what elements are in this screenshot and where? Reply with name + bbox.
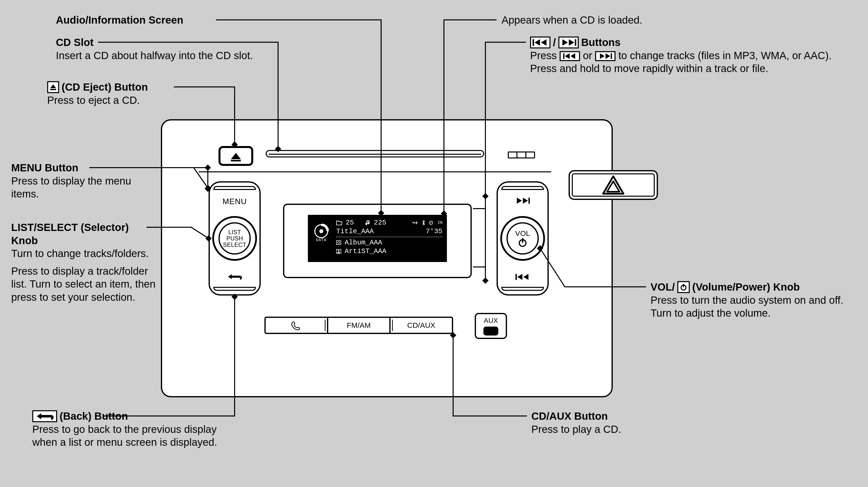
svg-marker-12 xyxy=(606,53,610,59)
hazard-button[interactable] xyxy=(568,170,658,200)
svg-rect-30 xyxy=(336,241,341,245)
skip-fwd-icon xyxy=(595,51,616,61)
callout-cd-loaded: Appears when a CD is loaded. xyxy=(501,14,750,27)
aux-label: AUX xyxy=(484,317,498,325)
callout-vol-knob: VOL/ (Volume/Power) Knob Press to turn t… xyxy=(651,281,859,320)
skip-back-icon xyxy=(515,273,531,280)
power-icon xyxy=(677,281,690,293)
svg-marker-9 xyxy=(565,53,569,59)
skip-back-icon xyxy=(560,51,580,61)
eject-button[interactable] xyxy=(218,146,253,166)
skip-back-button[interactable] xyxy=(498,273,548,282)
callout-body: Press to turn the audio system on and of… xyxy=(651,294,859,307)
svg-rect-7 xyxy=(575,39,576,46)
pod-cap xyxy=(213,186,256,190)
callout-title: Audio/Information Screen xyxy=(56,14,183,27)
aux-port xyxy=(484,327,498,336)
svg-marker-25 xyxy=(523,274,529,280)
eject-icon xyxy=(231,153,241,159)
bt-icon xyxy=(422,220,425,225)
volume-power-knob[interactable]: VOL xyxy=(500,216,545,261)
album-name: Album_AAA xyxy=(345,238,382,247)
callout-title: Buttons xyxy=(581,36,621,49)
skip-forward-button[interactable] xyxy=(498,197,548,206)
fm-am-label: FM/AM xyxy=(347,321,371,330)
source-button-bar: FM/AM CD/AUX xyxy=(265,317,453,334)
callout-menu-button: MENU Button Press to display the menu it… xyxy=(11,161,150,201)
svg-rect-2 xyxy=(533,39,534,46)
track-time: 7'35 xyxy=(426,227,442,236)
track-count: 225 xyxy=(374,218,386,227)
callout-title: MENU Button xyxy=(11,161,79,175)
svg-point-31 xyxy=(338,242,340,244)
svg-rect-13 xyxy=(611,53,612,59)
svg-marker-18 xyxy=(517,198,522,204)
callout-title-pre: VOL/ xyxy=(651,281,675,294)
svg-marker-6 xyxy=(569,39,574,46)
callout-body: Turn to adjust the volume. xyxy=(651,307,859,320)
vol-label: VOL xyxy=(515,230,530,237)
back-icon xyxy=(32,410,57,422)
svg-rect-22 xyxy=(522,238,523,243)
menu-label: MENU xyxy=(222,197,247,206)
back-button[interactable] xyxy=(210,273,259,282)
cd-aux-label: CD/AUX xyxy=(407,321,435,330)
svg-rect-23 xyxy=(516,274,517,280)
diagram-page: Audio/Information Screen CD Slot Insert … xyxy=(0,0,868,487)
hazard-icon xyxy=(602,175,624,195)
power-icon xyxy=(518,237,528,247)
knob-face: LIST PUSH SELECT xyxy=(218,222,251,254)
pod-cap xyxy=(501,287,544,291)
usb-icon xyxy=(411,221,418,225)
separator: / xyxy=(553,36,556,49)
folder-icon xyxy=(336,220,342,225)
back-icon xyxy=(226,273,243,280)
artist-icon xyxy=(336,249,341,253)
disc-in-icon xyxy=(429,220,434,225)
aux-jack[interactable]: AUX xyxy=(475,313,507,339)
eject-icon xyxy=(47,81,59,93)
menu-button[interactable]: MENU xyxy=(210,197,259,206)
svg-marker-0 xyxy=(50,85,56,88)
callout-body: Press to display the menu items. xyxy=(11,175,150,201)
knob-text: LIST xyxy=(228,229,241,235)
left-control-pod: MENU LIST PUSH SELECT xyxy=(209,181,261,296)
callout-audio-info-screen: Audio/Information Screen xyxy=(56,14,354,27)
svg-marker-3 xyxy=(534,39,540,46)
data-disc-icon: DATA xyxy=(312,224,331,243)
in-label: IN xyxy=(438,220,442,225)
svg-marker-24 xyxy=(518,274,523,280)
callout-title: (Back) Button xyxy=(60,410,128,423)
phone-button[interactable] xyxy=(266,318,328,333)
callout-title: CD/AUX Button xyxy=(531,410,608,423)
svg-rect-8 xyxy=(563,53,564,59)
knob-text: SELECT xyxy=(223,242,246,248)
knob-face: VOL xyxy=(506,222,539,254)
artist-name: ArtiST_AAA xyxy=(345,247,386,255)
svg-marker-10 xyxy=(570,53,575,59)
callout-title: (CD Eject) Button xyxy=(62,81,148,94)
svg-marker-19 xyxy=(523,198,528,204)
svg-rect-20 xyxy=(528,198,530,204)
cd-aux-button[interactable]: CD/AUX xyxy=(391,318,452,333)
callout-body: Appears when a CD is loaded. xyxy=(501,14,750,27)
callout-title-post: (Volume/Power) Knob xyxy=(692,281,800,294)
indicator-lights xyxy=(508,151,535,158)
fm-am-button[interactable]: FM/AM xyxy=(328,318,391,333)
folder-count: 25 xyxy=(346,218,354,227)
callout-back-button: (Back) Button Press to go back to the pr… xyxy=(32,410,236,449)
callout-cd-slot: CD Slot Insert a CD about halfway into t… xyxy=(56,36,354,62)
right-control-pod: VOL xyxy=(497,181,549,296)
svg-point-29 xyxy=(431,222,432,223)
pod-cap xyxy=(213,287,256,291)
phone-icon xyxy=(291,321,301,330)
cd-slot[interactable] xyxy=(266,150,484,157)
callout-body: Turn to change tracks/folders. xyxy=(11,247,158,260)
callout-list-select-knob: LIST/SELECT (Selector) Knob Turn to chan… xyxy=(11,221,158,304)
skip-fwd-icon xyxy=(515,197,531,204)
knob-text: PUSH xyxy=(226,235,243,241)
callout-title: LIST/SELECT (Selector) Knob xyxy=(11,221,158,247)
callout-body: Press and hold to move rapidly within a … xyxy=(530,62,860,75)
callout-body: Insert a CD about halfway into the CD sl… xyxy=(56,49,354,62)
list-select-knob[interactable]: LIST PUSH SELECT xyxy=(212,216,257,261)
